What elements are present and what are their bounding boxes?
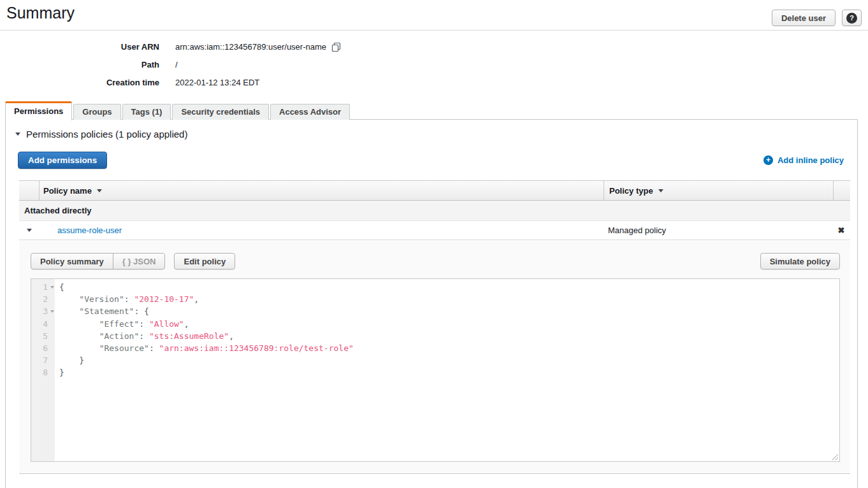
editor-resize-grip[interactable]	[831, 453, 839, 461]
code-line-text: "Action": "sts:AssumeRole",	[55, 330, 234, 342]
line-number: 4	[31, 318, 55, 330]
tab-groups[interactable]: Groups	[73, 104, 120, 120]
tab-security-credentials[interactable]: Security credentials	[172, 104, 269, 120]
attached-directly-group-header: Attached directly	[19, 201, 850, 221]
tab-access-advisor[interactable]: Access Advisor	[270, 104, 350, 120]
policy-type-column-header[interactable]: Policy type	[604, 181, 833, 200]
policy-type-header-label: Policy type	[609, 186, 653, 196]
editor-line: 8}	[31, 366, 839, 378]
policy-name-header-label: Policy name	[43, 186, 92, 196]
code-line-text: "Statement": {	[55, 305, 149, 317]
plus-circle-icon: +	[763, 155, 773, 165]
editor-line: 5 "Action": "sts:AssumeRole",	[31, 330, 839, 342]
user-arn-row: User ARN arn:aws:iam::123456789:user/use…	[0, 42, 341, 52]
add-inline-policy-link[interactable]: + Add inline policy	[763, 155, 844, 165]
question-mark-icon: ?	[846, 13, 857, 24]
user-arn-label: User ARN	[0, 42, 159, 52]
json-editor-lines: 1{2 "Version": "2012-10-17",3 "Statement…	[31, 281, 839, 379]
json-view-button[interactable]: { } JSON	[113, 253, 166, 269]
table-row: assume-role-user Managed policy ✖	[19, 221, 850, 240]
policy-actions-cell: ✖	[832, 226, 850, 234]
line-number: 8	[31, 366, 55, 378]
permissions-policies-section-toggle[interactable]: Permissions policies (1 policy applied)	[15, 129, 187, 140]
remove-policy-icon[interactable]: ✖	[838, 226, 845, 234]
editor-line: 6 "Resource": "arn:aws:iam::123456789:ro…	[31, 342, 839, 354]
caret-down-icon	[27, 229, 32, 234]
policy-detail-panel: Policy summary { } JSON Edit policy Simu…	[19, 241, 850, 474]
code-line-text: "Resource": "arn:aws:iam::123456789:role…	[55, 342, 354, 354]
delete-user-button[interactable]: Delete user	[772, 10, 835, 26]
path-row: Path /	[0, 60, 341, 69]
add-permissions-button[interactable]: Add permissions	[18, 152, 107, 169]
policy-table: Policy name Policy type Attached directl…	[19, 180, 850, 240]
help-button[interactable]: ?	[842, 10, 862, 26]
fold-caret-icon[interactable]	[50, 310, 54, 315]
sort-caret-icon	[658, 189, 663, 195]
tab-permissions[interactable]: Permissions	[5, 101, 72, 120]
edit-policy-button[interactable]: Edit policy	[174, 253, 235, 269]
json-policy-editor[interactable]: 1{2 "Version": "2012-10-17",3 "Statement…	[31, 278, 840, 462]
code-line-text: {	[55, 281, 64, 293]
editor-line: 7 }	[31, 354, 839, 366]
iam-user-summary-page: Summary Delete user ? User ARN arn:aws:i…	[0, 0, 868, 488]
user-arn-value: arn:aws:iam::123456789:user/user-name	[175, 42, 326, 52]
policy-name-cell: assume-role-user	[40, 226, 603, 235]
simulate-policy-button[interactable]: Simulate policy	[760, 253, 840, 269]
policy-detail-toolbar: Policy summary { } JSON Edit policy Simu…	[31, 253, 840, 269]
editor-line: 3 "Statement": {	[31, 305, 839, 317]
editor-line: 1{	[31, 281, 839, 293]
copy-icon[interactable]	[331, 42, 341, 52]
page-title: Summary	[6, 4, 75, 22]
permissions-policies-title: Permissions policies (1 policy applied)	[26, 129, 187, 140]
code-line-text: }	[55, 366, 64, 378]
policy-name-column-header[interactable]: Policy name	[40, 181, 604, 200]
creation-time-value: 2022-01-12 13:24 EDT	[175, 78, 259, 87]
user-details: User ARN arn:aws:iam::123456789:user/use…	[0, 42, 341, 96]
line-number: 5	[31, 330, 55, 342]
code-line-text: }	[55, 354, 84, 366]
actions-column-header	[833, 181, 850, 200]
fold-caret-icon[interactable]	[50, 286, 54, 291]
policy-name-link[interactable]: assume-role-user	[57, 226, 122, 235]
creation-time-row: Creation time 2022-01-12 13:24 EDT	[0, 78, 341, 87]
line-number: 3	[31, 305, 55, 317]
tab-bar: Permissions Groups Tags (1) Security cre…	[5, 101, 351, 120]
path-label: Path	[0, 60, 159, 69]
chevron-down-icon	[15, 133, 20, 138]
row-expand-toggle[interactable]	[19, 226, 40, 234]
header-divider	[0, 30, 868, 31]
sort-caret-icon	[97, 189, 102, 195]
editor-line: 4 "Effect": "Allow",	[31, 318, 839, 330]
policy-type-cell: Managed policy	[603, 226, 832, 235]
code-line-text: "Version": "2012-10-17",	[55, 293, 199, 305]
line-number: 1	[31, 281, 55, 293]
line-number: 6	[31, 342, 55, 354]
tab-tags[interactable]: Tags (1)	[122, 104, 171, 120]
line-number: 2	[31, 293, 55, 305]
policy-summary-button[interactable]: Policy summary	[31, 253, 113, 269]
line-number: 7	[31, 354, 55, 366]
path-value: /	[175, 60, 178, 69]
editor-line: 2 "Version": "2012-10-17",	[31, 293, 839, 305]
creation-time-label: Creation time	[0, 78, 159, 87]
expand-column-header	[19, 181, 40, 200]
add-inline-policy-label: Add inline policy	[778, 155, 844, 165]
code-line-text: "Effect": "Allow",	[55, 318, 189, 330]
policy-table-header: Policy name Policy type	[19, 180, 850, 201]
